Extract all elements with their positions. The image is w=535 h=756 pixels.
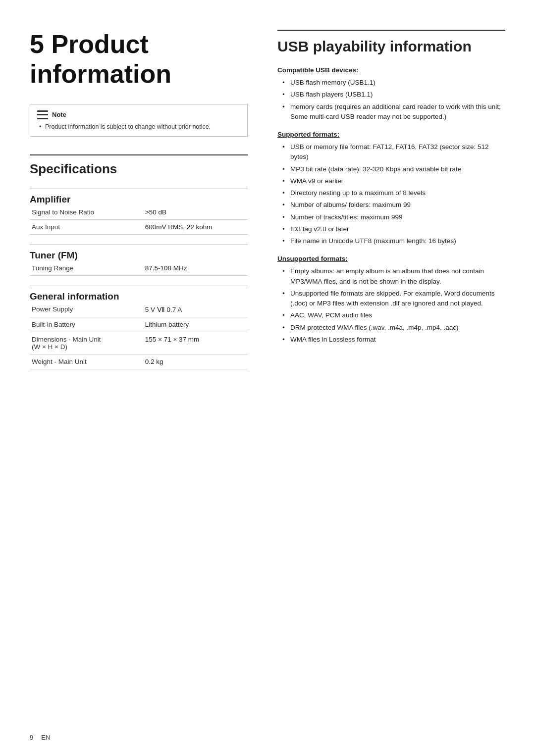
language: EN [41,734,50,741]
list-item: Empty albums: an empty album is an album… [282,266,505,287]
compatible-usb-section: Compatible USB devices: USB flash memory… [277,66,505,122]
list-item: WMA v9 or earlier [282,176,505,186]
list-item: USB or memory file format: FAT12, FAT16,… [282,142,505,162]
spec-value: 87.5-108 MHz [143,261,248,276]
spec-label: Signal to Noise Ratio [30,205,143,220]
list-item: Number of tracks/titles: maximum 999 [282,212,505,222]
spec-label: Power Supply [30,302,143,317]
compatible-usb-heading: Compatible USB devices: [277,66,505,74]
tuner-table: Tuning Range 87.5-108 MHz [30,261,248,276]
list-item: memory cards (requires an additional car… [282,102,505,122]
spec-value: 600mV RMS, 22 kohm [143,219,248,234]
page-number: 9 [30,734,33,741]
list-item: AAC, WAV, PCM audio files [282,310,505,320]
chapter-title: 5 Product information [30,30,248,89]
list-item: Number of albums/ folders: maximum 99 [282,200,505,210]
table-row: Built-in Battery Lithium battery [30,317,248,332]
note-text: Product information is subject to change… [37,123,240,130]
general-section: General information Power Supply 5 V Ⅶ 0… [30,286,248,369]
chapter-number: 5 [30,30,44,58]
left-column: 5 Product information Note Product infor… [30,30,248,379]
table-row: Aux Input 600mV RMS, 22 kohm [30,219,248,234]
table-row: Power Supply 5 V Ⅶ 0.7 A [30,302,248,317]
general-heading: General information [30,286,248,302]
spec-value: 0.2 kg [143,354,248,369]
list-item: USB flash memory (USB1.1) [282,78,505,88]
note-label: Note [52,111,66,118]
spec-value: >50 dB [143,205,248,220]
spec-value: Lithium battery [143,317,248,332]
table-row: Weight - Main Unit 0.2 kg [30,354,248,369]
chapter-title-text: Product information [30,30,171,88]
note-icon [37,110,48,119]
unsupported-formats-list: Empty albums: an empty album is an album… [277,266,505,345]
table-row: Signal to Noise Ratio >50 dB [30,205,248,220]
footer: 9 EN [30,734,50,741]
spec-label: Dimensions - Main Unit(W × H × D) [30,332,143,354]
tuner-section: Tuner (FM) Tuning Range 87.5-108 MHz [30,245,248,276]
general-table: Power Supply 5 V Ⅶ 0.7 A Built-in Batter… [30,302,248,369]
unsupported-formats-heading: Unsupported formats: [277,255,505,262]
table-row: Dimensions - Main Unit(W × H × D) 155 × … [30,332,248,354]
list-item: DRM protected WMA files (.wav, .m4a, .m4… [282,323,505,333]
note-header: Note [37,110,240,119]
spec-label: Aux Input [30,219,143,234]
spec-label: Built-in Battery [30,317,143,332]
supported-formats-list: USB or memory file format: FAT12, FAT16,… [277,142,505,246]
list-item: USB flash players (USB1.1) [282,90,505,100]
list-item: Unsupported file formats are skipped. Fo… [282,289,505,309]
specifications-heading: Specifications [30,154,248,177]
list-item: WMA files in Lossless format [282,335,505,345]
spec-value: 155 × 71 × 37 mm [143,332,248,354]
list-item: MP3 bit rate (data rate): 32-320 Kbps an… [282,164,505,174]
list-item: ID3 tag v2.0 or later [282,224,505,234]
spec-label: Tuning Range [30,261,143,276]
tuner-heading: Tuner (FM) [30,245,248,261]
amplifier-section: Amplifier Signal to Noise Ratio >50 dB A… [30,189,248,235]
amplifier-heading: Amplifier [30,189,248,205]
table-row: Tuning Range 87.5-108 MHz [30,261,248,276]
page: 5 Product information Note Product infor… [0,0,535,419]
amplifier-table: Signal to Noise Ratio >50 dB Aux Input 6… [30,205,248,235]
unsupported-formats-section: Unsupported formats: Empty albums: an em… [277,255,505,345]
list-item: Directory nesting up to a maximum of 8 l… [282,188,505,198]
list-item: File name in Unicode UTF8 (maximum lengt… [282,236,505,246]
usb-title: USB playability information [277,30,505,55]
supported-formats-heading: Supported formats: [277,131,505,138]
compatible-usb-list: USB flash memory (USB1.1) USB flash play… [277,78,505,122]
spec-value: 5 V Ⅶ 0.7 A [143,302,248,317]
spec-label: Weight - Main Unit [30,354,143,369]
note-box: Note Product information is subject to c… [30,104,248,137]
right-column: USB playability information Compatible U… [268,30,505,379]
supported-formats-section: Supported formats: USB or memory file fo… [277,131,505,246]
